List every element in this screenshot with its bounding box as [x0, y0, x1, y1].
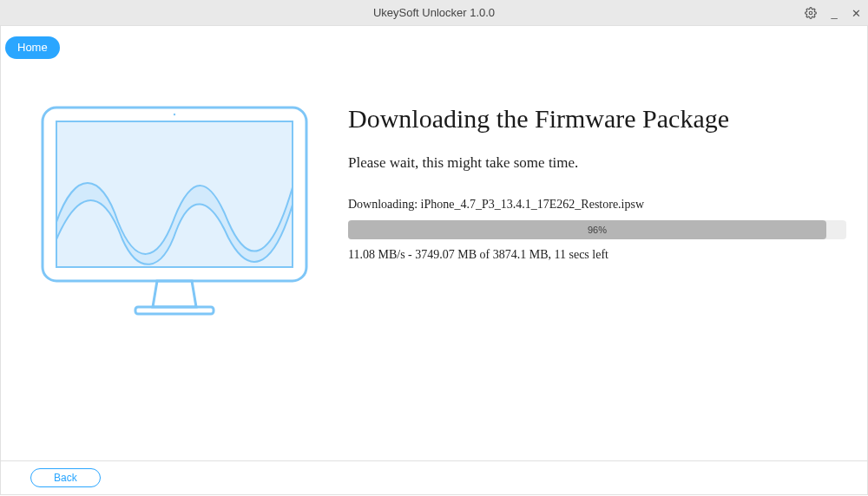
page-subheading: Please wait, this might take some time. [348, 154, 846, 172]
svg-point-3 [174, 114, 175, 115]
home-button[interactable]: Home [5, 36, 60, 59]
download-filename: iPhone_4.7_P3_13.4.1_17E262_Restore.ipsw [421, 198, 644, 211]
monitor-illustration [36, 101, 313, 326]
app-title: UkeySoft Unlocker 1.0.0 [0, 6, 868, 19]
minimize-icon[interactable]: _ [829, 0, 839, 26]
close-icon[interactable]: ✕ [852, 7, 861, 20]
window-controls: _ ✕ [805, 0, 861, 26]
svg-point-0 [809, 11, 812, 15]
download-file-line: Downloading: iPhone_4.7_P3_13.4.1_17E262… [348, 198, 846, 212]
download-panel: Downloading the Firmware Package Please … [348, 104, 846, 262]
svg-rect-4 [135, 307, 214, 314]
content-area: Home Downloading the Firmware Package Pl… [0, 26, 868, 461]
page-heading: Downloading the Firmware Package [348, 104, 846, 134]
footer-bar: Back [0, 460, 868, 495]
download-prefix: Downloading: [348, 198, 418, 211]
back-button[interactable]: Back [30, 468, 101, 487]
progress-percent-label: 96% [348, 220, 846, 239]
progress-stats: 11.08 MB/s - 3749.07 MB of 3874.1 MB, 11… [348, 248, 846, 262]
progress-bar: 96% [348, 220, 846, 239]
settings-icon[interactable] [805, 7, 817, 19]
titlebar: UkeySoft Unlocker 1.0.0 _ ✕ [0, 0, 868, 26]
